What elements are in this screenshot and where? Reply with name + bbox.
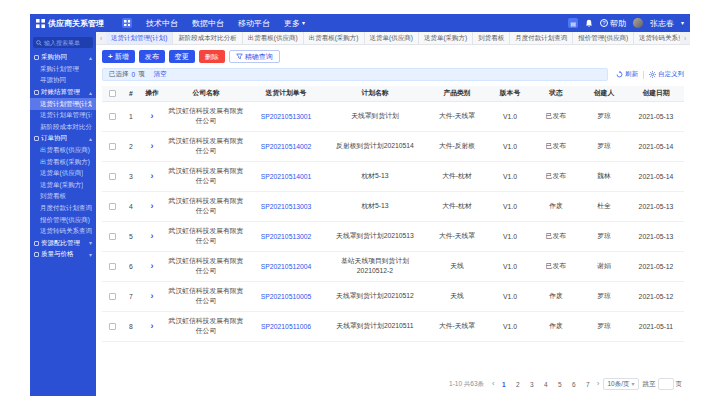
tab[interactable]: 出货看板(供应商) [243,32,304,44]
plan-no-link[interactable]: SP20210512004 [261,263,312,270]
row-checkbox[interactable] [109,173,116,180]
sidebar-group-reconciliation[interactable]: 对账结算管理 ▴ [30,87,96,99]
expand-row-icon[interactable]: › [151,201,154,211]
row-checkbox[interactable] [109,233,116,240]
page-number[interactable]: 5 [555,381,565,388]
column-header: 创建日期 [628,86,684,101]
tab[interactable]: 月度付款计划查询 [510,32,573,44]
sidebar-item-quote-mgmt[interactable]: 报价管理(供应商) [30,214,96,226]
tab[interactable]: 到货看板 [473,32,510,44]
product-category: 大件-天线罩 [426,101,488,131]
row-checkbox[interactable] [109,293,116,300]
page-number[interactable]: 6 [569,381,579,388]
row-checkbox[interactable] [109,263,116,270]
expand-row-icon[interactable]: › [151,111,154,121]
page-number[interactable]: 4 [541,381,551,388]
page-size-value: 10条/页 [607,380,629,389]
plan-no-link[interactable]: SP20210513003 [261,203,312,210]
advanced-search-button[interactable]: 精确查询 [229,50,280,63]
sidebar-group-order-collab[interactable]: 订单协同 ▴ [30,133,96,145]
row-checkbox[interactable] [109,203,116,210]
sidebar-item-code-mapping[interactable]: 送货转码关系查询 [30,226,96,238]
tab-label: 送货单(供应商) [370,34,413,43]
expand-row-icon[interactable]: › [151,231,154,241]
sidebar-item-monthly-payment[interactable]: 月度付款计划查询 [30,203,96,215]
sidebar-item-delivery-plan-mgmt[interactable]: 送货计划管理(计划) [30,98,96,110]
row-checkbox[interactable] [109,143,116,150]
sidebar-group-procurement[interactable]: 采购协同 ▴ [30,52,96,64]
chevron-down-icon[interactable]: ▾ [681,20,684,26]
tab[interactable]: 送货单(供应商) [365,32,419,44]
plan-name: 反射板到货计划20210514 [324,131,426,161]
sidebar-group-quality-price[interactable]: 质量与价格 ▾ [30,249,96,261]
customize-columns-button[interactable]: 自定义列 [649,70,684,79]
item-label: 新阶段成本对比分析 [40,123,92,132]
plan-no-link[interactable]: SP20210513002 [261,233,312,240]
sidebar-item-cost-compare[interactable]: 新阶段成本对比分析 [30,122,96,134]
nav-tech-platform[interactable]: 技术中台 [146,18,178,29]
sidebar-item-shipping-board-supplier[interactable]: 出货看板(供应商) [30,145,96,157]
user-name[interactable]: 张志春 [650,18,674,29]
page-number[interactable]: 3 [527,381,537,388]
apps-icon[interactable] [122,18,132,28]
plan-no-link[interactable]: SP20210513001 [261,113,312,120]
help-menu[interactable]: ? 帮助 [600,18,626,29]
row-checkbox[interactable] [109,113,116,120]
page-number[interactable]: 2 [513,381,523,388]
publish-button[interactable]: 发布 [139,50,165,63]
bell-icon[interactable] [585,19,593,28]
expand-row-icon[interactable]: › [151,261,154,271]
sidebar-item-delivery-note-supplier[interactable]: 送货单(供应商) [30,168,96,180]
nav-more[interactable]: 更多▾ [284,18,305,29]
row-number: 6 [122,251,140,281]
tab[interactable]: 送货单(采购方) [419,32,473,44]
sidebar-item-shipping-board-buyer[interactable]: 出货看板(采购方) [30,156,96,168]
avatar[interactable] [633,18,643,28]
tab-scroll-left-icon[interactable]: ‹ [96,32,106,44]
row-checkbox[interactable] [109,323,116,330]
nav-mobile-platform[interactable]: 移动平台 [238,18,270,29]
sidebar-search[interactable] [33,37,93,48]
tab-label: 出货看板(供应商) [248,34,298,43]
page-size-select[interactable]: 10条/页 ▾ [603,378,638,390]
refresh-icon [616,71,623,78]
tab-scroll-right-icon[interactable]: › [680,32,690,44]
plan-no-link[interactable]: SP20210510005 [261,293,312,300]
tab[interactable]: 送货计划管理(计划) [106,32,173,44]
sidebar-item-arrival-board[interactable]: 到货看板 [30,191,96,203]
tab[interactable]: 出货看板(采购方) [304,32,365,44]
plan-no-link[interactable]: SP20210514001 [261,173,312,180]
select-all-checkbox[interactable] [109,90,116,97]
expand-row-icon[interactable]: › [151,171,154,181]
sidebar-item-purchase-plan[interactable]: 采购计划管理 [30,64,96,76]
refresh-button[interactable]: 刷新 [616,70,638,79]
expand-row-icon[interactable]: › [151,141,154,151]
tab[interactable]: 新阶段成本对比分析 [173,32,243,44]
clear-selection-link[interactable]: 清空 [154,70,167,79]
page-number[interactable]: 7 [583,381,593,388]
menu-search-input[interactable] [44,40,90,46]
page-number[interactable]: 1 [499,381,509,388]
expand-row-icon[interactable]: › [151,291,154,301]
prev-page-icon[interactable]: ‹ [492,380,495,388]
page-jump-input[interactable] [658,378,674,390]
nav-data-platform[interactable]: 数据中台 [192,18,224,29]
help-label: 帮助 [610,18,626,29]
plan-no-link[interactable]: SP20210511006 [261,323,311,330]
tab[interactable]: 报价管理(供应商) [573,32,634,44]
expand-row-icon[interactable]: › [151,321,154,331]
add-button[interactable]: +新增 [102,50,135,63]
creator: 罗琼 [580,101,628,131]
plan-no-link[interactable]: SP20210514002 [261,143,312,150]
sidebar-item-delivery-plan-order[interactable]: 送货计划单管理(计划) [30,110,96,122]
delete-button[interactable]: 删除 [199,50,225,63]
sidebar-item-sourcing[interactable]: 寻源协同 [30,75,96,87]
folder-icon [34,241,39,246]
change-button[interactable]: 变更 [169,50,195,63]
tab[interactable]: 送货转码关系查询 [634,32,680,44]
sidebar-group-resource-ratio[interactable]: 资源配比管理 ▾ [30,238,96,250]
message-icon[interactable]: ▤ [568,18,578,28]
next-page-icon[interactable]: › [597,380,600,388]
sidebar-item-delivery-note-buyer[interactable]: 送货单(采购方) [30,180,96,192]
item-label: 送货计划单管理(计划) [40,111,92,120]
